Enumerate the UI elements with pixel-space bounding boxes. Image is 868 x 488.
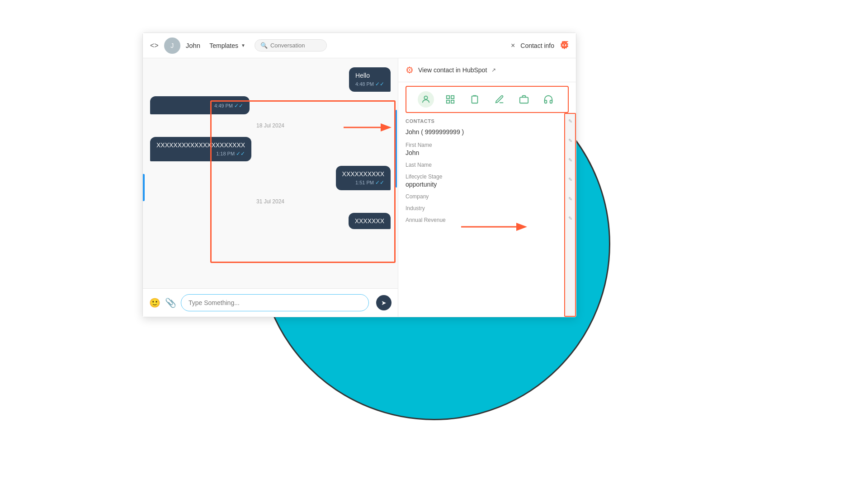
templates-label: Templates: [209, 42, 238, 49]
blue-accent-bar: [143, 174, 145, 201]
field-label: Annual Revenue: [406, 217, 555, 223]
hubspot-small-icon: ⚙: [406, 65, 414, 75]
contact-grid-button[interactable]: [442, 91, 458, 108]
contact-panel: ⚙ View contact in HubSpot ↗: [398, 58, 576, 317]
close-panel-button[interactable]: ×: [511, 42, 515, 50]
read-receipt-icon: ✓✓: [375, 179, 384, 186]
chat-panel: Hello 4:48 PM ✓✓ 4:49 PM ✓✓ 18 Jul 2024: [143, 58, 398, 317]
send-icon: ➤: [381, 299, 387, 306]
read-receipt-icon: ✓✓: [234, 103, 243, 109]
scrollbar-edit-panel: ✎ ✎ ✎ ✎ ✎ ✎: [564, 113, 576, 317]
date-divider: 31 Jul 2024: [150, 198, 391, 205]
message-input[interactable]: [189, 299, 361, 306]
message-bubble: XXXXXXXXXX 1:51 PM ✓✓: [336, 166, 391, 190]
message-text: XXXXXXXXXX: [342, 170, 384, 178]
header-left: <> J John Templates ▼ 🔍: [150, 38, 511, 54]
scroll-edit-4[interactable]: ✎: [568, 177, 572, 183]
scroll-edit-5[interactable]: ✎: [568, 196, 572, 202]
message-time: 1:18 PM ✓✓: [156, 150, 245, 157]
svg-rect-3: [447, 100, 449, 103]
emoji-button[interactable]: 🙂: [149, 297, 160, 308]
message-bubble: XXXXXXX: [349, 213, 391, 229]
contact-edit-button[interactable]: [491, 91, 508, 108]
attach-button[interactable]: 📎: [165, 297, 176, 308]
date-divider: 18 Jul 2024: [150, 122, 391, 129]
hamburger-icon: ☰: [561, 40, 569, 49]
message-bubble: XXXXXXXXXXXXXXXXXXXXX 1:18 PM ✓✓: [150, 137, 251, 161]
scroll-edit-3[interactable]: ✎: [568, 157, 572, 163]
svg-rect-4: [451, 100, 454, 103]
contact-field-firstname: First Name John ✎: [406, 142, 569, 156]
svg-rect-1: [447, 96, 449, 99]
contact-person-button[interactable]: [418, 91, 434, 108]
hubspot-link-bar: ⚙ View contact in HubSpot ↗: [398, 58, 576, 82]
svg-point-0: [424, 96, 427, 99]
dropdown-arrow-icon: ▼: [241, 43, 245, 48]
contact-field-lifecycle: Lifecycle Stage opportunity ✎: [406, 174, 569, 188]
field-value: opportunity: [406, 181, 555, 188]
field-label: Lifecycle Stage: [406, 174, 555, 180]
contact-field-industry: Industry ✎: [406, 205, 569, 211]
main-content: Hello 4:48 PM ✓✓ 4:49 PM ✓✓ 18 Jul 2024: [143, 58, 576, 317]
contact-field-revenue: Annual Revenue ✎: [406, 217, 569, 223]
contact-info-label: Contact info: [520, 42, 554, 49]
messages-area: Hello 4:48 PM ✓✓ 4:49 PM ✓✓ 18 Jul 2024: [143, 58, 398, 288]
search-icon: 🔍: [260, 42, 268, 49]
contact-briefcase-button[interactable]: [516, 91, 532, 108]
scroll-edit-6[interactable]: ✎: [568, 216, 572, 221]
contact-icons-row: [406, 86, 569, 113]
svg-rect-2: [451, 96, 454, 99]
send-button[interactable]: ➤: [376, 295, 392, 310]
contact-field-lastname: Last Name ✎: [406, 162, 569, 168]
hamburger-button[interactable]: ☰: [561, 39, 569, 49]
contacts-list: CONTACTS John ( 9999999999 ) First Name …: [398, 113, 576, 317]
chat-scrollbar[interactable]: [396, 110, 397, 188]
contacts-section-label: CONTACTS: [406, 118, 569, 124]
message-text: XXXXXXX: [355, 217, 384, 225]
field-label: Company: [406, 193, 555, 200]
svg-rect-6: [520, 97, 528, 103]
message-text: Hello: [355, 72, 384, 79]
field-label: First Name: [406, 142, 555, 148]
message-text: XXXXXXXXXXXXXXXXXXXXX: [156, 141, 245, 149]
contact-headset-button[interactable]: [540, 91, 557, 108]
contact-clipboard-button[interactable]: [467, 91, 483, 108]
view-contact-link[interactable]: View contact in HubSpot: [418, 66, 487, 74]
contact-main-name: John ( 9999999999 ): [406, 128, 569, 136]
scroll-edit-2[interactable]: ✎: [568, 138, 572, 144]
message-time: 1:51 PM ✓✓: [342, 179, 384, 186]
svg-rect-5: [472, 96, 478, 103]
templates-button[interactable]: Templates ▼: [206, 40, 249, 51]
conversation-search[interactable]: 🔍: [255, 39, 327, 52]
message-input-wrapper: [181, 294, 369, 311]
external-link-icon: ↗: [491, 67, 496, 73]
scroll-edit-1[interactable]: ✎: [568, 118, 572, 124]
field-label: Last Name: [406, 162, 555, 168]
app-window: ☰ <> J John Templates ▼ 🔍 × Contact info…: [142, 33, 576, 317]
message-time: 4:48 PM ✓✓: [355, 81, 384, 87]
chat-input-area: 🙂 📎 ➤: [143, 288, 398, 317]
read-receipt-icon: ✓✓: [375, 81, 384, 87]
contact-field-company: Company ✎: [406, 193, 569, 200]
message-bubble: Hello 4:48 PM ✓✓: [349, 67, 391, 92]
avatar: J: [164, 38, 180, 54]
nav-arrows-button[interactable]: <>: [150, 42, 159, 50]
field-label: Industry: [406, 205, 555, 211]
header-right: × Contact info ⚙: [511, 40, 569, 52]
app-header: <> J John Templates ▼ 🔍 × Contact info ⚙: [143, 33, 576, 58]
read-receipt-icon: ✓✓: [236, 150, 245, 157]
field-value: John: [406, 149, 555, 156]
message-time: 4:49 PM ✓✓: [156, 103, 243, 109]
search-input[interactable]: [270, 42, 321, 49]
header-contact-name: John: [186, 42, 201, 49]
message-bubble: 4:49 PM ✓✓: [150, 96, 250, 114]
